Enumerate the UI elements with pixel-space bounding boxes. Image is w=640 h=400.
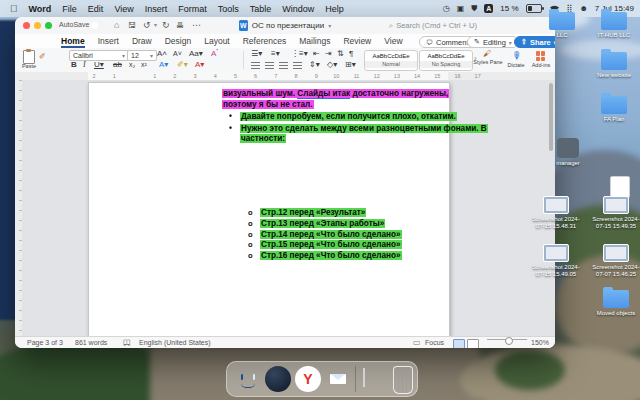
proofing-icon[interactable]: 🕮 bbox=[123, 338, 131, 347]
trash-dock-icon[interactable] bbox=[393, 366, 413, 394]
desktop-icon-screenshot-2[interactable]: Screenshot 2024-07-15 15.49.35 bbox=[588, 196, 640, 229]
dictate-icon[interactable]: 🎙 bbox=[512, 50, 522, 61]
search-field[interactable]: ⌕ Search (Cmd + Ctrl + U) bbox=[389, 17, 477, 34]
ribbon-tab[interactable]: Mailings bbox=[299, 36, 330, 46]
menu-item[interactable]: Format bbox=[178, 4, 207, 14]
page-indicator[interactable]: Page 3 of 3 bbox=[27, 339, 63, 346]
clock-extra-icon[interactable]: ◷ bbox=[443, 4, 450, 13]
desktop-icon-fa-plan[interactable]: FA Plan bbox=[586, 96, 640, 123]
desktop-icon-screenshot-4[interactable]: Screenshot 2024-07-07 15.46.25 bbox=[588, 244, 640, 277]
zoom-slider[interactable] bbox=[487, 339, 527, 340]
web-layout-view-button[interactable] bbox=[467, 339, 479, 348]
clear-formatting-icon[interactable]: A𝄒 bbox=[211, 49, 218, 59]
menu-item[interactable]: File bbox=[62, 4, 77, 14]
desktop-icon-moved-objects[interactable]: Moved objects bbox=[588, 290, 640, 317]
menu-item[interactable]: Help bbox=[325, 4, 344, 14]
desktop-icon-it-hub[interactable]: IT-HUB LLC bbox=[586, 12, 640, 39]
focus-button[interactable]: Focus bbox=[425, 339, 444, 346]
strikethrough-button[interactable]: ab bbox=[113, 60, 122, 70]
desktop-icon-screenshot-3[interactable]: Screenshot 2024-07-15 15.49.05 bbox=[528, 244, 584, 277]
shield-icon[interactable]: ⛊ bbox=[471, 4, 477, 14]
home-icon[interactable]: ⌂ bbox=[114, 17, 119, 34]
ribbon-tab[interactable]: View bbox=[384, 36, 402, 46]
menu-item[interactable]: Table bbox=[250, 4, 272, 14]
text-effects-icon[interactable]: A▾ bbox=[159, 60, 168, 70]
menu-item[interactable]: Tools bbox=[218, 4, 239, 14]
align-right-button[interactable] bbox=[279, 62, 288, 69]
ribbon-tab[interactable]: References bbox=[243, 36, 286, 46]
align-left-button[interactable] bbox=[251, 62, 260, 69]
zoom-percent[interactable]: 150% bbox=[531, 339, 549, 346]
format-painter-icon[interactable]: ✐ bbox=[39, 52, 46, 62]
desktop-icon-llc[interactable]: LLC bbox=[534, 12, 590, 39]
word-count[interactable]: 861 words bbox=[75, 339, 107, 346]
desktop-icon-screenshot-1[interactable]: Screenshot 2024-07-15 15.48.31 bbox=[528, 196, 584, 229]
sort-icon[interactable]: ⇅ bbox=[337, 49, 344, 59]
ribbon-tab[interactable]: Insert bbox=[98, 36, 119, 46]
paste-icon[interactable] bbox=[23, 50, 35, 64]
style-no-spacing[interactable]: AaBbCcDdEe No Spacing bbox=[419, 50, 473, 71]
bullets-button[interactable]: ☰▾ bbox=[251, 49, 262, 59]
subscript-button[interactable]: x₂ bbox=[129, 60, 135, 70]
ribbon-tab[interactable]: Draw bbox=[132, 36, 152, 46]
font-color-button[interactable]: A▾ bbox=[195, 60, 204, 70]
underline-button[interactable]: U▾ bbox=[94, 60, 104, 70]
numbering-button[interactable]: ≡▾ bbox=[271, 49, 280, 59]
document-canvas[interactable]: визуальный шум. Слайды итак достаточно н… bbox=[22, 80, 555, 336]
highlight-color-button[interactable]: ✐▾ bbox=[177, 60, 188, 70]
input-source-icon[interactable]: A bbox=[484, 4, 493, 13]
screen-record-icon[interactable]: ▣ bbox=[457, 4, 465, 13]
menu-item[interactable]: Edit bbox=[88, 4, 104, 14]
save-icon[interactable]: 🖫 bbox=[128, 17, 136, 34]
shrink-font-icon[interactable]: A˅ bbox=[173, 49, 182, 59]
styles-pane-icon[interactable]: 🖌 bbox=[483, 49, 491, 59]
menu-item[interactable]: View bbox=[114, 4, 133, 14]
print-layout-view-button[interactable] bbox=[453, 339, 465, 348]
bold-button[interactable]: B bbox=[71, 60, 77, 70]
increase-indent-icon[interactable]: ⇥ bbox=[325, 49, 332, 59]
undo-icon[interactable]: ↺ bbox=[143, 17, 151, 34]
align-center-button[interactable] bbox=[265, 62, 274, 69]
ribbon-tab[interactable]: Design bbox=[165, 36, 191, 46]
focus-icon[interactable]: ▭ bbox=[413, 338, 421, 347]
zoom-slider-knob[interactable] bbox=[505, 337, 513, 345]
ribbon-tab[interactable]: Home bbox=[61, 36, 85, 46]
menu-item[interactable]: Word bbox=[29, 4, 52, 14]
justify-button[interactable] bbox=[293, 62, 302, 69]
desktop-icon-manager[interactable]: manager bbox=[540, 138, 596, 167]
document-text[interactable]: визуальный шум. Слайды итак достаточно н… bbox=[89, 83, 449, 337]
style-normal[interactable]: AaBbCcDdEe Normal bbox=[364, 50, 418, 71]
shading-button[interactable]: ◇▾ bbox=[327, 60, 337, 70]
browser-dock-icon[interactable] bbox=[265, 366, 291, 392]
superscript-button[interactable]: x² bbox=[141, 60, 147, 70]
decrease-indent-icon[interactable]: ⇤ bbox=[313, 49, 320, 59]
show-paragraph-marks-icon[interactable]: ¶ bbox=[349, 49, 353, 59]
grow-font-icon[interactable]: A˄ bbox=[157, 49, 167, 59]
styles-pane-label[interactable]: Styles Pane bbox=[473, 60, 503, 66]
multilevel-list-button[interactable]: ⋮≡▾ bbox=[291, 49, 308, 59]
italic-button[interactable]: I bbox=[83, 60, 86, 70]
borders-button[interactable]: ⊞▾ bbox=[345, 60, 356, 70]
desktop-icon-new-website[interactable]: New website bbox=[586, 52, 640, 79]
menu-item[interactable]: Insert bbox=[145, 4, 168, 14]
zoom-window-button[interactable] bbox=[45, 22, 52, 29]
undo-menu-chevron-icon[interactable]: ▾ bbox=[154, 17, 157, 34]
add-ins-icon[interactable] bbox=[536, 51, 546, 61]
minimize-window-button[interactable] bbox=[34, 22, 41, 29]
line-spacing-button[interactable]: ⇕▾ bbox=[309, 60, 320, 70]
yandex-dock-icon[interactable]: Y bbox=[295, 366, 321, 392]
menu-item[interactable]: Window bbox=[282, 4, 314, 14]
paste-label[interactable]: Paste bbox=[15, 64, 43, 70]
document-title[interactable]: W ОС по презентации ▾ bbox=[165, 17, 405, 34]
language-indicator[interactable]: English (United States) bbox=[139, 339, 211, 346]
window-titlebar[interactable]: AutoSave ⌂ 🖫 ↺ ▾ ↻ 🖶 ⋯ W ОС по презентац… bbox=[15, 17, 555, 35]
ribbon-tab[interactable]: Review bbox=[343, 36, 371, 46]
document-page[interactable]: визуальный шум. Слайды итак достаточно н… bbox=[88, 82, 450, 338]
add-ins-label[interactable]: Add-ins bbox=[526, 63, 555, 69]
apple-menu-icon[interactable]:  bbox=[10, 3, 18, 14]
editing-mode-button[interactable]: ✎ Editing ▾ bbox=[467, 36, 519, 48]
close-window-button[interactable] bbox=[23, 22, 30, 29]
minimized-window-dock-icon[interactable] bbox=[363, 368, 365, 387]
ribbon-tab[interactable]: Layout bbox=[204, 36, 230, 46]
change-case-icon[interactable]: Aa▾ bbox=[189, 49, 203, 59]
